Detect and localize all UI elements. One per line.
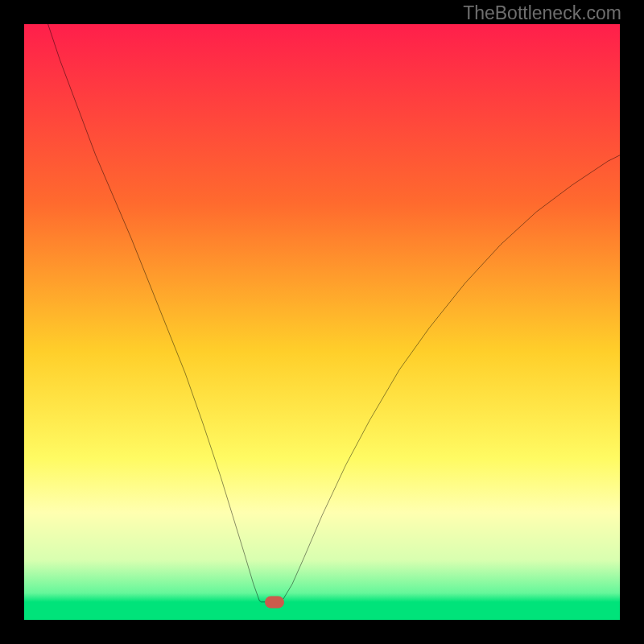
optimal-point-marker: [265, 596, 284, 608]
watermark-text: TheBottleneck.com: [463, 2, 621, 24]
plot-background: [24, 24, 620, 620]
bottleneck-chart: [24, 24, 620, 620]
chart-frame: TheBottleneck.com: [0, 0, 644, 644]
